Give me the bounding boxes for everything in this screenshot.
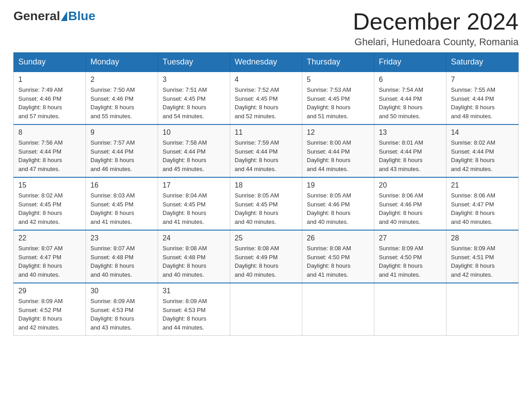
day-info: Sunrise: 7:51 AM Sunset: 4:45 PM Dayligh… xyxy=(163,86,225,120)
day-info: Sunrise: 7:58 AM Sunset: 4:44 PM Dayligh… xyxy=(163,138,225,173)
day-number: 25 xyxy=(235,234,297,242)
day-number: 2 xyxy=(90,76,153,84)
calendar-cell: 16 Sunrise: 8:03 AM Sunset: 4:45 PM Dayl… xyxy=(86,177,158,230)
day-info: Sunrise: 8:01 AM Sunset: 4:44 PM Dayligh… xyxy=(379,138,442,173)
day-info: Sunrise: 8:09 AM Sunset: 4:51 PM Dayligh… xyxy=(451,244,514,279)
day-info: Sunrise: 8:02 AM Sunset: 4:45 PM Dayligh… xyxy=(18,191,81,226)
day-info: Sunrise: 7:56 AM Sunset: 4:44 PM Dayligh… xyxy=(18,138,81,173)
day-number: 26 xyxy=(307,234,369,242)
calendar-cell: 26 Sunrise: 8:08 AM Sunset: 4:50 PM Dayl… xyxy=(302,230,374,283)
day-number: 15 xyxy=(18,181,81,189)
day-number: 23 xyxy=(90,234,153,242)
day-info: Sunrise: 8:06 AM Sunset: 4:46 PM Dayligh… xyxy=(379,191,442,226)
day-number: 10 xyxy=(163,128,225,137)
day-number: 12 xyxy=(307,128,369,137)
day-info: Sunrise: 7:57 AM Sunset: 4:44 PM Dayligh… xyxy=(90,138,153,173)
calendar-cell: 14 Sunrise: 8:02 AM Sunset: 4:44 PM Dayl… xyxy=(446,124,519,177)
weekday-header-tuesday: Tuesday xyxy=(158,53,230,72)
day-number: 1 xyxy=(18,76,81,84)
logo-general-text: General xyxy=(13,9,60,23)
day-info: Sunrise: 7:55 AM Sunset: 4:44 PM Dayligh… xyxy=(451,86,514,120)
calendar-week-row: 15 Sunrise: 8:02 AM Sunset: 4:45 PM Dayl… xyxy=(14,177,519,230)
day-number: 17 xyxy=(163,181,225,189)
calendar-cell xyxy=(230,283,302,336)
weekday-header-friday: Friday xyxy=(374,53,446,72)
day-info: Sunrise: 8:08 AM Sunset: 4:50 PM Dayligh… xyxy=(307,244,369,279)
calendar-week-row: 1 Sunrise: 7:49 AM Sunset: 4:46 PM Dayli… xyxy=(14,72,519,124)
weekday-header-saturday: Saturday xyxy=(446,53,519,72)
weekday-header-sunday: Sunday xyxy=(14,53,86,72)
calendar-cell xyxy=(302,283,374,336)
day-number: 19 xyxy=(307,181,369,189)
day-info: Sunrise: 8:02 AM Sunset: 4:44 PM Dayligh… xyxy=(451,138,514,173)
day-info: Sunrise: 7:53 AM Sunset: 4:45 PM Dayligh… xyxy=(307,86,369,120)
calendar-cell: 8 Sunrise: 7:56 AM Sunset: 4:44 PM Dayli… xyxy=(14,124,86,177)
day-number: 4 xyxy=(235,76,297,84)
day-info: Sunrise: 8:08 AM Sunset: 4:48 PM Dayligh… xyxy=(163,244,225,279)
day-number: 8 xyxy=(18,128,81,137)
weekday-header-row: SundayMondayTuesdayWednesdayThursdayFrid… xyxy=(14,53,519,72)
day-info: Sunrise: 8:04 AM Sunset: 4:45 PM Dayligh… xyxy=(163,191,225,226)
day-number: 3 xyxy=(163,76,225,84)
day-number: 18 xyxy=(235,181,297,189)
calendar-cell: 24 Sunrise: 8:08 AM Sunset: 4:48 PM Dayl… xyxy=(158,230,230,283)
day-info: Sunrise: 8:08 AM Sunset: 4:49 PM Dayligh… xyxy=(235,244,297,279)
weekday-header-wednesday: Wednesday xyxy=(230,53,302,72)
calendar-table: SundayMondayTuesdayWednesdayThursdayFrid… xyxy=(13,52,519,336)
calendar-cell: 20 Sunrise: 8:06 AM Sunset: 4:46 PM Dayl… xyxy=(374,177,446,230)
day-number: 28 xyxy=(451,234,514,242)
calendar-cell: 3 Sunrise: 7:51 AM Sunset: 4:45 PM Dayli… xyxy=(158,72,230,124)
calendar-cell: 21 Sunrise: 8:06 AM Sunset: 4:47 PM Dayl… xyxy=(446,177,519,230)
calendar-cell: 30 Sunrise: 8:09 AM Sunset: 4:53 PM Dayl… xyxy=(86,283,158,336)
day-number: 29 xyxy=(18,287,81,295)
calendar-cell: 4 Sunrise: 7:52 AM Sunset: 4:45 PM Dayli… xyxy=(230,72,302,124)
calendar-cell: 17 Sunrise: 8:04 AM Sunset: 4:45 PM Dayl… xyxy=(158,177,230,230)
day-info: Sunrise: 8:07 AM Sunset: 4:48 PM Dayligh… xyxy=(90,244,153,279)
logo-blue-text: Blue xyxy=(68,9,95,23)
day-info: Sunrise: 7:59 AM Sunset: 4:44 PM Dayligh… xyxy=(235,138,297,173)
day-number: 11 xyxy=(235,128,297,137)
day-number: 31 xyxy=(163,287,225,295)
calendar-week-row: 8 Sunrise: 7:56 AM Sunset: 4:44 PM Dayli… xyxy=(14,124,519,177)
calendar-cell xyxy=(446,283,519,336)
logo: General Blue xyxy=(13,9,95,23)
calendar-cell: 7 Sunrise: 7:55 AM Sunset: 4:44 PM Dayli… xyxy=(446,72,519,124)
calendar-cell: 12 Sunrise: 8:00 AM Sunset: 4:44 PM Dayl… xyxy=(302,124,374,177)
calendar-cell: 10 Sunrise: 7:58 AM Sunset: 4:44 PM Dayl… xyxy=(158,124,230,177)
calendar-cell: 28 Sunrise: 8:09 AM Sunset: 4:51 PM Dayl… xyxy=(446,230,519,283)
calendar-cell: 2 Sunrise: 7:50 AM Sunset: 4:46 PM Dayli… xyxy=(86,72,158,124)
calendar-cell: 22 Sunrise: 8:07 AM Sunset: 4:47 PM Dayl… xyxy=(14,230,86,283)
day-info: Sunrise: 7:49 AM Sunset: 4:46 PM Dayligh… xyxy=(18,86,81,120)
calendar-cell: 9 Sunrise: 7:57 AM Sunset: 4:44 PM Dayli… xyxy=(86,124,158,177)
weekday-header-monday: Monday xyxy=(86,53,158,72)
calendar-cell: 5 Sunrise: 7:53 AM Sunset: 4:45 PM Dayli… xyxy=(302,72,374,124)
day-number: 6 xyxy=(379,76,442,84)
calendar-week-row: 29 Sunrise: 8:09 AM Sunset: 4:52 PM Dayl… xyxy=(14,283,519,336)
day-number: 14 xyxy=(451,128,514,137)
day-info: Sunrise: 8:00 AM Sunset: 4:44 PM Dayligh… xyxy=(307,138,369,173)
calendar-cell: 1 Sunrise: 7:49 AM Sunset: 4:46 PM Dayli… xyxy=(14,72,86,124)
day-info: Sunrise: 8:05 AM Sunset: 4:46 PM Dayligh… xyxy=(307,191,369,226)
day-info: Sunrise: 8:09 AM Sunset: 4:53 PM Dayligh… xyxy=(163,297,225,332)
calendar-cell: 6 Sunrise: 7:54 AM Sunset: 4:44 PM Dayli… xyxy=(374,72,446,124)
day-number: 9 xyxy=(90,128,153,137)
header: General Blue December 2024 Ghelari, Hune… xyxy=(13,9,519,48)
day-number: 5 xyxy=(307,76,369,84)
calendar-cell: 31 Sunrise: 8:09 AM Sunset: 4:53 PM Dayl… xyxy=(158,283,230,336)
day-number: 13 xyxy=(379,128,442,137)
logo-triangle-icon xyxy=(61,11,67,21)
day-number: 22 xyxy=(18,234,81,242)
calendar-week-row: 22 Sunrise: 8:07 AM Sunset: 4:47 PM Dayl… xyxy=(14,230,519,283)
day-number: 30 xyxy=(90,287,153,295)
page-title: December 2024 xyxy=(353,9,519,34)
day-number: 24 xyxy=(163,234,225,242)
calendar-cell: 13 Sunrise: 8:01 AM Sunset: 4:44 PM Dayl… xyxy=(374,124,446,177)
day-number: 21 xyxy=(451,181,514,189)
calendar-cell: 25 Sunrise: 8:08 AM Sunset: 4:49 PM Dayl… xyxy=(230,230,302,283)
day-number: 16 xyxy=(90,181,153,189)
weekday-header-thursday: Thursday xyxy=(302,53,374,72)
day-info: Sunrise: 8:05 AM Sunset: 4:45 PM Dayligh… xyxy=(235,191,297,226)
day-number: 7 xyxy=(451,76,514,84)
calendar-cell: 29 Sunrise: 8:09 AM Sunset: 4:52 PM Dayl… xyxy=(14,283,86,336)
day-info: Sunrise: 8:07 AM Sunset: 4:47 PM Dayligh… xyxy=(18,244,81,279)
